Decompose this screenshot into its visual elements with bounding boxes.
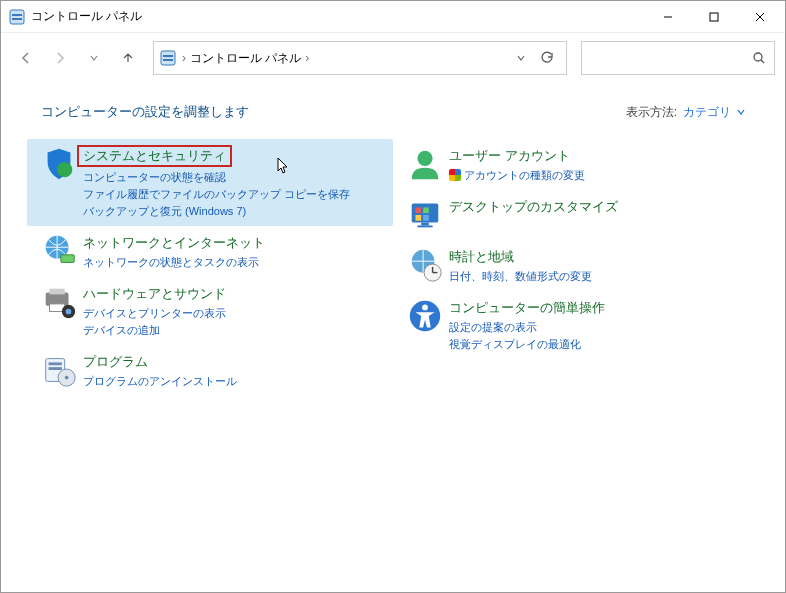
svg-rect-8: [163, 55, 173, 57]
category-programs[interactable]: プログラム プログラムのアンインストール: [27, 345, 393, 396]
recent-dropdown[interactable]: [79, 43, 109, 73]
svg-point-10: [754, 53, 762, 61]
svg-point-12: [57, 162, 72, 177]
navigation-bar: › コントロール パネル ›: [1, 33, 785, 83]
sublink[interactable]: コンピューターの状態を確認: [83, 169, 385, 186]
sublink[interactable]: 設定の提案の表示: [449, 319, 751, 336]
address-bar[interactable]: › コントロール パネル ›: [153, 41, 567, 75]
view-mode-selector[interactable]: 表示方法: カテゴリ: [626, 104, 745, 121]
globe-network-icon: [35, 232, 83, 271]
svg-line-11: [761, 60, 764, 63]
svg-rect-7: [161, 51, 175, 65]
category-title[interactable]: ネットワークとインターネット: [83, 234, 265, 252]
svg-rect-1: [12, 14, 22, 16]
sublink[interactable]: デバイスとプリンターの表示: [83, 305, 385, 322]
shield-monitor-icon: [35, 145, 83, 220]
search-icon[interactable]: [748, 47, 770, 69]
svg-rect-28: [423, 207, 429, 213]
category-title[interactable]: デスクトップのカスタマイズ: [449, 198, 618, 216]
forward-button[interactable]: [45, 43, 75, 73]
category-title[interactable]: 時計と地域: [449, 248, 514, 266]
close-button[interactable]: [737, 2, 783, 32]
view-mode-label: 表示方法:: [626, 104, 677, 121]
svg-rect-2: [12, 18, 22, 20]
heading-row: コンピューターの設定を調整します 表示方法: カテゴリ: [27, 103, 759, 121]
category-title[interactable]: コンピューターの簡単操作: [449, 299, 605, 317]
content-area: コンピューターの設定を調整します 表示方法: カテゴリ システムとセキュリティ: [1, 83, 785, 592]
sublink[interactable]: アカウントの種類の変更: [449, 167, 751, 184]
accessibility-icon: [401, 297, 449, 353]
category-columns: システムとセキュリティ コンピューターの状態を確認 ファイル履歴でファイルのバッ…: [27, 139, 759, 396]
sublink[interactable]: ネットワークの状態とタスクの表示: [83, 254, 385, 271]
minimize-button[interactable]: [645, 2, 691, 32]
sublink[interactable]: ファイル履歴でファイルのバックアップ コピーを保存: [83, 186, 385, 203]
svg-rect-16: [50, 289, 65, 295]
chevron-down-icon: [737, 108, 745, 116]
category-system-security[interactable]: システムとセキュリティ コンピューターの状態を確認 ファイル履歴でファイルのバッ…: [27, 139, 393, 226]
svg-point-25: [417, 151, 432, 166]
breadcrumb-root[interactable]: コントロール パネル: [188, 50, 303, 67]
sublink[interactable]: プログラムのアンインストール: [83, 373, 385, 390]
svg-rect-9: [163, 59, 173, 61]
maximize-button[interactable]: [691, 2, 737, 32]
titlebar: コントロール パネル: [1, 1, 785, 33]
clock-globe-icon: [401, 246, 449, 285]
svg-rect-31: [421, 223, 429, 226]
printer-camera-icon: [35, 283, 83, 339]
control-panel-window: コントロール パネル › コントロール パネル ›: [0, 0, 786, 593]
sublink[interactable]: 日付、時刻、数値形式の変更: [449, 268, 751, 285]
control-panel-icon: [9, 9, 25, 25]
category-title[interactable]: システムとセキュリティ: [79, 147, 230, 165]
svg-point-38: [422, 305, 428, 311]
sublink[interactable]: バックアップと復元 (Windows 7): [83, 203, 385, 220]
chevron-right-icon: ›: [182, 51, 186, 65]
svg-rect-30: [423, 215, 429, 221]
back-button[interactable]: [11, 43, 41, 73]
refresh-button[interactable]: [534, 45, 560, 71]
user-icon: [401, 145, 449, 184]
category-hardware[interactable]: ハードウェアとサウンド デバイスとプリンターの表示 デバイスの追加: [27, 277, 393, 345]
svg-point-19: [66, 309, 72, 315]
svg-rect-32: [417, 225, 432, 227]
category-clock[interactable]: 時計と地域 日付、時刻、数値形式の変更: [393, 240, 759, 291]
category-desktop[interactable]: デスクトップのカスタマイズ: [393, 190, 759, 240]
category-user-accounts[interactable]: ユーザー アカウント アカウントの種類の変更: [393, 139, 759, 190]
svg-rect-22: [49, 367, 62, 370]
address-icon: [160, 50, 176, 66]
chevron-right-icon: ›: [305, 51, 309, 65]
svg-rect-29: [416, 215, 422, 221]
address-dropdown[interactable]: [508, 45, 534, 71]
svg-rect-21: [49, 362, 62, 365]
category-network[interactable]: ネットワークとインターネット ネットワークの状態とタスクの表示: [27, 226, 393, 277]
category-title[interactable]: プログラム: [83, 353, 148, 371]
category-ease-of-access[interactable]: コンピューターの簡単操作 設定の提案の表示 視覚ディスプレイの最適化: [393, 291, 759, 359]
svg-rect-4: [710, 13, 718, 21]
search-input[interactable]: [582, 42, 774, 74]
left-column: システムとセキュリティ コンピューターの状態を確認 ファイル履歴でファイルのバッ…: [27, 139, 393, 396]
programs-disc-icon: [35, 351, 83, 390]
right-column: ユーザー アカウント アカウントの種類の変更 デスクトップのカスタマイズ: [393, 139, 759, 396]
search-box[interactable]: [581, 41, 775, 75]
sublink[interactable]: デバイスの追加: [83, 322, 385, 339]
view-mode-value: カテゴリ: [683, 104, 731, 121]
svg-rect-14: [61, 255, 74, 263]
window-title: コントロール パネル: [31, 8, 645, 25]
up-button[interactable]: [113, 43, 143, 73]
sublink[interactable]: 視覚ディスプレイの最適化: [449, 336, 751, 353]
desktop-monitor-icon: [401, 196, 449, 234]
category-title[interactable]: ハードウェアとサウンド: [83, 285, 226, 303]
svg-point-24: [65, 376, 69, 380]
category-title[interactable]: ユーザー アカウント: [449, 147, 570, 165]
svg-rect-0: [10, 10, 24, 24]
svg-rect-27: [416, 207, 422, 213]
page-heading: コンピューターの設定を調整します: [41, 103, 626, 121]
window-controls: [645, 2, 783, 32]
